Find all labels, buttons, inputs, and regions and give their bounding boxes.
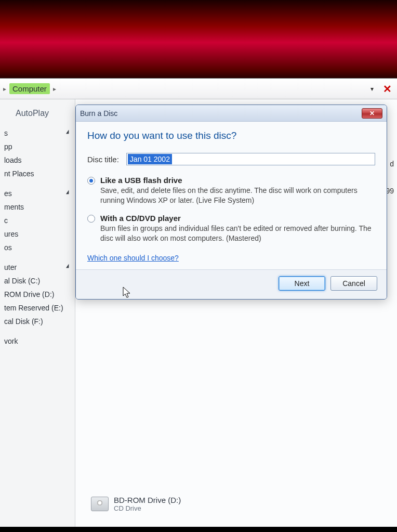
sidebar-item[interactable]: loads [0, 153, 75, 167]
sidebar-item[interactable]: ments [0, 200, 75, 214]
partial-text: d [390, 160, 394, 168]
drive-title: BD-ROM Drive (D:) [114, 496, 181, 504]
radio-usb[interactable] [87, 177, 95, 185]
sidebar-item[interactable]: cal Disk (F:) [0, 315, 75, 328]
sidebar-item[interactable]: os [0, 241, 75, 254]
breadcrumb-segment-computer[interactable]: Computer [9, 83, 50, 94]
radio-cddvd[interactable] [87, 215, 95, 223]
sidebar-item[interactable]: es [0, 187, 75, 200]
dialog-close-button[interactable]: ✕ [362, 108, 382, 119]
optical-drive-icon [91, 497, 109, 511]
dialog-body: How do you want to use this disc? Disc t… [76, 122, 387, 269]
navigation-pane: AutoPlay s pp loads nt Places es ments c… [0, 99, 75, 527]
breadcrumb-arrow-icon: ▸ [53, 85, 56, 93]
sidebar-item[interactable]: s [0, 126, 75, 140]
disc-title-row: Disc title: Jan 01 2002 [87, 153, 375, 165]
drive-label-group: BD-ROM Drive (D:) CD Drive [114, 496, 181, 512]
sidebar-item[interactable]: al Disk (C:) [0, 274, 75, 288]
address-dropdown-button[interactable]: ▾ [366, 83, 378, 95]
dialog-footer: Next Cancel [76, 269, 387, 299]
dialog-heading: How do you want to use this disc? [87, 130, 375, 141]
sidebar-item[interactable]: ures [0, 227, 75, 241]
disc-title-label: Disc title: [87, 155, 119, 164]
close-button-partial[interactable]: ✕ [380, 83, 395, 95]
next-button[interactable]: Next [279, 276, 325, 291]
address-bar: ▸ Computer ▸ ▾ ✕ [0, 79, 397, 99]
dialog-title: Burn a Disc [80, 109, 362, 118]
option-usb-title: Like a USB flash drive [100, 176, 375, 185]
option-cddvd-desc: Burn files in groups and individual file… [100, 224, 375, 243]
explorer-window: ▸ Computer ▸ ▾ ✕ AutoPlay s pp loads nt … [0, 78, 397, 527]
cancel-button[interactable]: Cancel [330, 276, 377, 291]
sidebar-item[interactable]: vork [0, 334, 75, 348]
drive-list-item[interactable]: BD-ROM Drive (D:) CD Drive [91, 496, 181, 512]
toolbar-autoplay-button[interactable]: AutoPlay [0, 105, 75, 126]
option-usb-desc: Save, edit, and delete files on the disc… [100, 186, 375, 205]
sidebar-item[interactable]: ROM Drive (D:) [0, 288, 75, 301]
option-usb[interactable]: Like a USB flash drive Save, edit, and d… [87, 176, 375, 205]
help-link[interactable]: Which one should I choose? [87, 254, 179, 262]
sidebar-item[interactable]: pp [0, 140, 75, 153]
sidebar-item[interactable]: tem Reserved (E:) [0, 301, 75, 315]
disc-title-input[interactable]: Jan 01 2002 [126, 153, 375, 165]
breadcrumb[interactable]: ▸ Computer ▸ [3, 83, 56, 94]
drive-subtitle: CD Drive [114, 504, 181, 512]
sidebar-item[interactable]: uter [0, 261, 75, 274]
dialog-titlebar[interactable]: Burn a Disc ✕ [76, 105, 387, 122]
option-cddvd[interactable]: With a CD/DVD player Burn files in group… [87, 214, 375, 243]
sidebar-item[interactable]: c [0, 214, 75, 227]
burn-disc-dialog: Burn a Disc ✕ How do you want to use thi… [75, 105, 387, 300]
sidebar-item[interactable]: nt Places [0, 167, 75, 180]
option-cddvd-title: With a CD/DVD player [100, 214, 375, 223]
breadcrumb-arrow-icon: ▸ [3, 85, 6, 93]
disc-title-value: Jan 01 2002 [128, 154, 172, 164]
